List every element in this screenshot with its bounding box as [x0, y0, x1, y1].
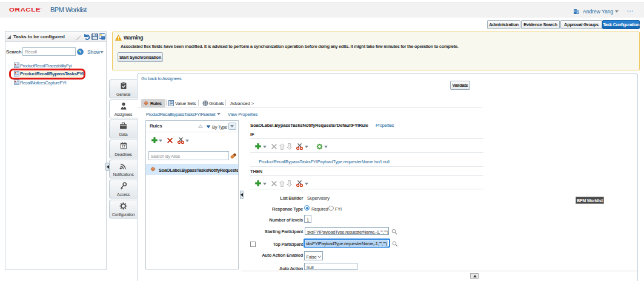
- svg-text:17: 17: [121, 144, 125, 148]
